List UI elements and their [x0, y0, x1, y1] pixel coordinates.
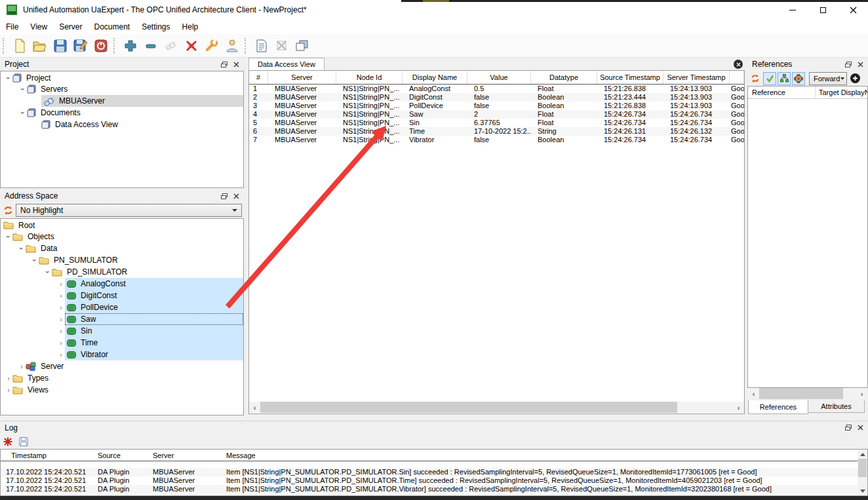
disconnect-server-button[interactable]: [181, 36, 201, 56]
close-panel-icon[interactable]: [858, 62, 863, 67]
table-row[interactable]: 1 MBUAServer NS1|String|PN_... AnalogCon…: [249, 85, 744, 93]
references-horizontal-scrollbar[interactable]: ‹ ›: [748, 388, 867, 399]
highlight-filter-dropdown[interactable]: No Highlight: [16, 204, 242, 217]
table-row[interactable]: 4 MBUAServer NS1|String|PN_... Saw 2 Flo…: [249, 110, 744, 119]
expander-icon[interactable]: ›: [18, 244, 26, 252]
scrollbar-thumb[interactable]: [759, 388, 843, 399]
expander-icon[interactable]: ›: [5, 386, 12, 394]
log-vertical-scrollbar[interactable]: [858, 450, 867, 495]
tab-data-access-view[interactable]: Data Access View: [248, 58, 325, 70]
tree-item-polldevice[interactable]: › PollDevice: [1, 301, 243, 313]
menu-document[interactable]: Document: [88, 20, 136, 33]
expander-icon[interactable]: ›: [19, 85, 27, 93]
expander-icon[interactable]: ›: [57, 327, 65, 335]
float-panel-icon[interactable]: [221, 193, 227, 199]
column-header-reference[interactable]: Reference: [748, 87, 816, 98]
expander-icon[interactable]: ›: [5, 374, 12, 382]
column-header-server[interactable]: Server: [268, 71, 336, 84]
follow-target-toggle[interactable]: [792, 72, 805, 85]
tree-item-views[interactable]: › Views: [1, 384, 243, 396]
tree-item-time[interactable]: › Time: [1, 337, 243, 349]
tree-item-pd-simulator[interactable]: › PD_SIMULATOR: [1, 266, 243, 278]
tree-item-pn-sumulator[interactable]: › PN_SUMULATOR: [1, 254, 243, 266]
menu-server[interactable]: Server: [53, 20, 88, 33]
tree-item-data[interactable]: › Data: [1, 242, 243, 254]
column-header-source[interactable]: Source: [92, 452, 148, 459]
column-header-statuscode[interactable]: [730, 71, 744, 84]
expander-icon[interactable]: ›: [57, 351, 65, 358]
float-panel-icon[interactable]: [221, 62, 227, 67]
log-row[interactable]: 17.10.2022 15:24:20.521 DA Plugin MBUASe…: [1, 468, 867, 476]
expander-icon[interactable]: ›: [57, 315, 65, 323]
expander-icon[interactable]: ›: [57, 292, 65, 299]
expander-icon[interactable]: ›: [5, 74, 12, 82]
maximize-button[interactable]: [808, 0, 838, 20]
table-row[interactable]: 7 MBUAServer NS1|String|PN_... Vibrator …: [249, 136, 744, 144]
tree-item-documents[interactable]: › Documents: [1, 107, 243, 119]
table-row[interactable]: 3 MBUAServer NS1|String|PN_... PollDevic…: [249, 102, 744, 110]
save-button[interactable]: [50, 36, 70, 56]
column-header-target-display-name[interactable]: Target DisplayName: [816, 87, 867, 98]
menu-help[interactable]: Help: [176, 20, 205, 33]
tree-item-analogconst[interactable]: › AnalogConst: [1, 278, 243, 290]
expander-icon[interactable]: ›: [44, 268, 52, 276]
column-header-message[interactable]: Message: [221, 452, 867, 459]
close-button[interactable]: [838, 0, 868, 20]
table-row[interactable]: 5 MBUAServer NS1|String|PN_... Sin 6.377…: [249, 119, 744, 127]
clear-log-button[interactable]: [0, 435, 16, 448]
tree-item-vibrator[interactable]: › Vibrator: [1, 349, 243, 360]
open-document-button[interactable]: [30, 36, 50, 56]
column-header-server-timestamp[interactable]: Server Timestamp: [663, 71, 730, 84]
column-header-node-id[interactable]: Node Id: [336, 71, 403, 84]
column-header-datatype[interactable]: Datatype: [531, 71, 597, 84]
float-panel-icon[interactable]: [845, 62, 852, 67]
reference-direction-dropdown[interactable]: Forward: [809, 72, 847, 85]
tree-item-data-access-view[interactable]: Data Access View: [1, 119, 243, 130]
menu-view[interactable]: View: [24, 20, 53, 33]
column-header-timestamp[interactable]: Timestamp: [1, 452, 92, 459]
sync-icon[interactable]: [3, 206, 13, 216]
tree-item-servers[interactable]: › Servers: [1, 83, 243, 95]
close-panel-icon[interactable]: [233, 62, 239, 67]
tree-item-project[interactable]: › Project: [1, 71, 243, 83]
expander-icon[interactable]: ›: [19, 109, 27, 117]
scroll-left-button[interactable]: ‹: [249, 402, 260, 413]
close-panel-icon[interactable]: [233, 193, 239, 199]
scroll-up-button[interactable]: [858, 450, 867, 459]
tree-item-objects[interactable]: › Objects: [1, 231, 243, 242]
log-row[interactable]: 17.10.2022 15:24:20.521 DA Plugin MBUASe…: [1, 476, 867, 485]
expander-icon[interactable]: ›: [18, 362, 26, 370]
menu-file[interactable]: File: [0, 20, 24, 33]
hierarchy-view-toggle[interactable]: [778, 72, 791, 85]
column-header-source-timestamp[interactable]: Source Timestamp: [597, 71, 663, 84]
dav-horizontal-scrollbar[interactable]: ‹ ›: [249, 402, 744, 413]
remove-document-button[interactable]: [271, 36, 292, 56]
column-header-server[interactable]: Server: [148, 452, 221, 459]
tree-item-digitconst[interactable]: › DigitConst: [1, 290, 243, 301]
expander-icon[interactable]: ›: [57, 303, 65, 311]
change-user-button[interactable]: [222, 36, 242, 56]
expander-icon[interactable]: ›: [5, 233, 12, 240]
expander-icon[interactable]: ›: [57, 280, 65, 288]
tree-item-root[interactable]: Root: [1, 219, 243, 231]
new-document-button[interactable]: [9, 36, 30, 56]
close-panel-icon[interactable]: [858, 425, 863, 431]
save-as-button[interactable]: [70, 36, 90, 56]
add-window-button[interactable]: [292, 36, 312, 56]
expander-icon[interactable]: ›: [31, 256, 39, 264]
tree-item-sin[interactable]: › Sin: [1, 325, 243, 337]
expander-icon[interactable]: ›: [57, 339, 65, 347]
tab-references[interactable]: References: [748, 400, 808, 414]
scrollbar-thumb[interactable]: [260, 402, 677, 413]
connect-server-button[interactable]: [161, 36, 181, 56]
column-header-display-name[interactable]: Display Name: [403, 71, 467, 84]
tree-item-types[interactable]: › Types: [1, 372, 243, 384]
column-header-num[interactable]: #: [249, 71, 268, 84]
float-panel-icon[interactable]: [845, 425, 852, 431]
minimize-button[interactable]: [778, 0, 808, 20]
column-header-value[interactable]: Value: [467, 71, 531, 84]
tree-item-mbuaserver[interactable]: MBUAServer: [1, 95, 243, 107]
scroll-down-button[interactable]: [858, 486, 867, 495]
log-row[interactable]: 17.10.2022 15:24:20.521 DA Plugin MBUASe…: [1, 485, 867, 493]
menu-settings[interactable]: Settings: [136, 20, 176, 33]
